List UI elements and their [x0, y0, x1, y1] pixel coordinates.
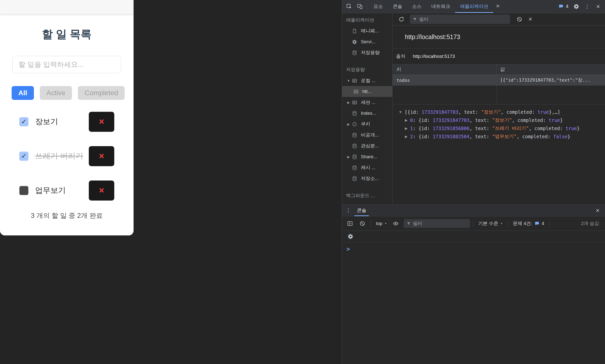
- sidebar-item-indexeddb[interactable]: Index...: [342, 108, 392, 119]
- refresh-icon[interactable]: [396, 14, 407, 25]
- collapsed-arrow-icon[interactable]: ▶: [345, 122, 352, 126]
- column-divider: [497, 64, 497, 104]
- sidebar-section-background-services: 백그라운드 ...: [342, 190, 392, 201]
- todo-checkbox[interactable]: ✓: [19, 117, 28, 126]
- settings-gear-icon[interactable]: [571, 1, 582, 12]
- todo-checkbox[interactable]: [19, 186, 28, 195]
- storage-filter-input[interactable]: [419, 17, 507, 22]
- table-icon: [353, 89, 361, 94]
- delete-todo-button[interactable]: ×: [89, 146, 114, 166]
- hidden-messages-count[interactable]: 2개 숨김: [581, 220, 603, 227]
- application-sidebar: 애플리케이션 매니페... Servi... 저장용량 저장용량: [342, 13, 393, 205]
- device-toolbar-icon[interactable]: [354, 1, 365, 12]
- column-header-value[interactable]: 값: [497, 65, 605, 74]
- database-icon: [352, 50, 359, 55]
- filter-active-button[interactable]: Active: [40, 86, 72, 100]
- console-messages[interactable]: >: [342, 242, 605, 364]
- context-selector[interactable]: top ▼: [374, 221, 389, 226]
- console-prompt-chevron[interactable]: >: [347, 246, 350, 252]
- console-drawer: ⋮ 콘솔 × top ▼: [342, 205, 605, 364]
- console-settings-gear-icon[interactable]: [345, 231, 356, 242]
- delete-selected-icon[interactable]: ×: [525, 14, 536, 25]
- console-toolbar: top ▼ 기본 수준 ▼ 문제 4건: 4: [342, 216, 605, 231]
- preview-item-1[interactable]: ▶ 1: {id: 1733291856806, text: "쓰레기 버리기"…: [393, 124, 605, 132]
- column-header-key[interactable]: 키: [393, 65, 497, 74]
- collapsed-arrow-icon[interactable]: ▶: [345, 101, 352, 104]
- storage-filter: [410, 15, 510, 24]
- preview-item-2[interactable]: ▶ 2: {id: 1733291882504, text: "업무보기", c…: [393, 132, 605, 140]
- tab-elements[interactable]: 요소: [369, 0, 388, 13]
- todo-item: ✓ 쓰레기 버리기 ×: [0, 141, 134, 171]
- check-icon: ✓: [21, 118, 27, 125]
- filter-bar: All Active Completed: [12, 86, 134, 100]
- todo-card: 할 일 목록 All Active Completed ✓ 장보기 ×: [0, 15, 134, 235]
- filter-completed-button[interactable]: Completed: [78, 86, 125, 100]
- tab-network[interactable]: 네트워크: [426, 0, 455, 13]
- sidebar-item-localhost-5173[interactable]: htt...: [342, 86, 392, 97]
- log-levels-selector[interactable]: 기본 수준 ▼: [476, 220, 505, 227]
- storage-origin-row: 출처 http://localhost:5173: [393, 48, 605, 64]
- inspect-element-icon[interactable]: [344, 1, 354, 12]
- preview-array-root[interactable]: ▼ [{id: 1733291847703, text: "장보기", comp…: [393, 108, 605, 116]
- storage-panel: × http://localhost:5173 출처 http://localh…: [393, 13, 605, 205]
- todo-checkbox[interactable]: ✓: [19, 152, 28, 161]
- sidebar-item-local-storage[interactable]: ▼ 로컬 ...: [342, 75, 392, 86]
- sidebar-item-interest-groups[interactable]: 관심분...: [342, 140, 392, 151]
- x-icon: ×: [99, 186, 104, 195]
- cookie-icon: [352, 122, 359, 127]
- divider: [508, 220, 508, 227]
- table-icon: [352, 100, 359, 105]
- sidebar-item-storage-buckets[interactable]: 저장소...: [342, 173, 392, 184]
- preview-item-0[interactable]: ▶ 0: {id: 1733291847703, text: "장보기", co…: [393, 116, 605, 124]
- todo-app: 할 일 목록 All Active Completed ✓ 장보기 ×: [0, 0, 134, 235]
- expanded-arrow-icon[interactable]: ▼: [345, 79, 352, 83]
- filter-all-button[interactable]: All: [12, 86, 34, 100]
- storage-table-header: 키 값: [393, 64, 605, 75]
- collapsed-arrow-icon[interactable]: ▶: [345, 155, 352, 159]
- delete-todo-button[interactable]: ×: [89, 112, 114, 132]
- sidebar-item-shared-storage[interactable]: ▶ Share...: [342, 151, 392, 162]
- drawer-menu-icon[interactable]: ⋮: [344, 205, 352, 216]
- tab-application[interactable]: 애플리케이션: [455, 0, 493, 13]
- todo-item: 업무보기 ×: [0, 176, 134, 205]
- origin-label: 출처: [396, 53, 405, 60]
- live-expression-eye-icon[interactable]: [390, 218, 401, 229]
- chevron-down-icon: ▼: [500, 222, 503, 225]
- storage-key: todos: [393, 75, 497, 86]
- divider: [549, 220, 549, 227]
- database-icon: [352, 176, 359, 181]
- database-icon: [352, 154, 359, 159]
- close-devtools-icon[interactable]: ×: [593, 1, 604, 12]
- sidebar-item-cookies[interactable]: ▶ 쿠키: [342, 119, 392, 130]
- storage-toolbar: ×: [393, 13, 605, 25]
- console-issues-counter[interactable]: 문제 4건: 4: [511, 220, 546, 227]
- delete-todo-button[interactable]: ×: [89, 181, 114, 201]
- x-icon: ×: [99, 152, 104, 160]
- todo-input[interactable]: [12, 56, 121, 73]
- console-filter-input[interactable]: [413, 221, 467, 226]
- console-tab[interactable]: 콘솔: [352, 205, 371, 216]
- issues-counter[interactable]: 4: [556, 4, 571, 9]
- sidebar-item-storage[interactable]: 저장용량: [342, 47, 392, 58]
- more-tabs-button[interactable]: »: [493, 0, 502, 13]
- tab-console[interactable]: 콘솔: [388, 0, 407, 13]
- console-sidebar-icon[interactable]: [345, 218, 355, 229]
- storage-row-todos[interactable]: todos [{"id":1733291847703,"text":"장...: [393, 75, 605, 86]
- sidebar-item-service-workers[interactable]: Servi...: [342, 36, 392, 47]
- clear-console-icon[interactable]: [357, 218, 368, 229]
- filter-funnel-icon: [413, 17, 417, 22]
- storage-value: [{"id":1733291847703,"text":"장...: [497, 75, 605, 86]
- divider: [473, 220, 473, 227]
- devtools-panel: 요소 콘솔 소스 네트워크 애플리케이션 » 4 ⋮ × 애플리케이션 매니페.: [342, 0, 605, 364]
- chevron-down-icon: ▼: [384, 222, 387, 225]
- database-icon: [352, 133, 359, 138]
- delete-all-icon[interactable]: [514, 14, 525, 25]
- console-tabstrip: ⋮ 콘솔 ×: [342, 205, 605, 216]
- sidebar-item-private-state-tokens[interactable]: 비공개...: [342, 130, 392, 140]
- sidebar-item-cache-storage[interactable]: 캐시 ...: [342, 162, 392, 173]
- tab-sources[interactable]: 소스: [407, 0, 426, 13]
- sidebar-item-session-storage[interactable]: ▶ 세션 ...: [342, 97, 392, 108]
- sidebar-item-manifest[interactable]: 매니페...: [342, 25, 392, 36]
- more-options-icon[interactable]: ⋮: [582, 1, 593, 12]
- close-drawer-icon[interactable]: ×: [592, 205, 603, 216]
